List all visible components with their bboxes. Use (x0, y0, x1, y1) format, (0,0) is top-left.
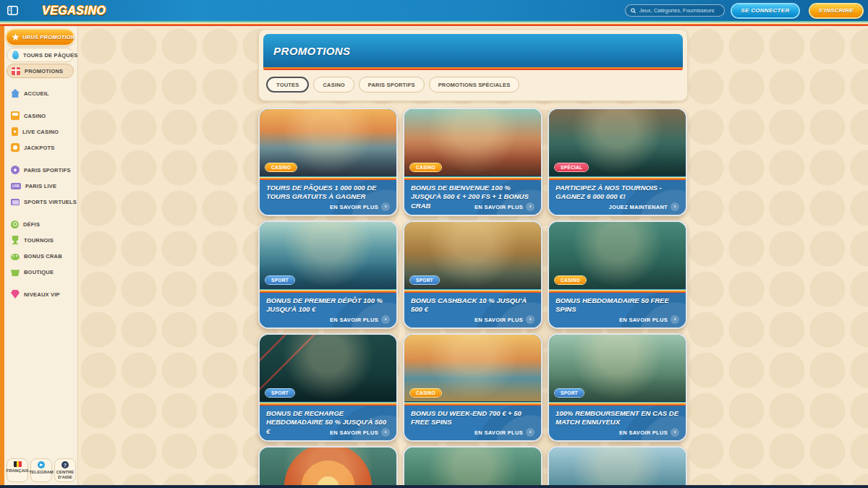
promotions-panel: PROMOTIONS TOUTES CASINO PARIS SPORTIFS … (258, 29, 688, 101)
sidebar-item[interactable]: LIVE PARIS LIVE (7, 179, 74, 193)
cta-label: EN SAVOIR PLUS (619, 317, 668, 323)
belgium-flag-icon (14, 461, 22, 467)
search-input[interactable] (639, 7, 720, 14)
category-badge: SPORT (265, 389, 294, 397)
filter-tab[interactable]: PARIS SPORTIFS (359, 77, 425, 93)
basket-icon (11, 267, 20, 276)
promotion-image: CASINO (260, 109, 396, 176)
banner-stripe (263, 67, 683, 70)
sidebar-item[interactable]: TOURNOIS (7, 233, 74, 247)
sidebar-item-label: TOURS DE PÂQUES (23, 52, 77, 59)
promotion-card[interactable]: CASINO BONUS DU WEEK-END 700 € + 50 FREE… (403, 333, 542, 442)
sidebar-item-label: PARIS SPORTIFS (24, 167, 71, 174)
diamond-icon (11, 290, 20, 299)
top-header: VEGASINO SE CONNECTER S'INSCRIRE (0, 0, 868, 21)
category-badge: SPORT (265, 276, 294, 284)
sidebar-toggle-icon (7, 6, 18, 15)
promotion-title: BONUS CASHBACK 10 % JUSQU'À 500 € (411, 296, 535, 314)
cta-label: EN SAVOIR PLUS (330, 317, 378, 323)
promotion-cta[interactable]: EN SAVOIR PLUS › (619, 315, 679, 324)
cta-label: EN SAVOIR PLUS (475, 429, 523, 436)
sidebar-item[interactable]: LIVE CASINO (7, 124, 74, 139)
sidebar-item-label: CASINO (24, 113, 46, 119)
promotion-image: SPORT (260, 222, 396, 288)
promotion-title: PARTICIPEZ À NOS TOURNOIS - GAGNEZ 6 000… (556, 184, 679, 202)
signup-button[interactable]: S'INSCRIRE (810, 4, 862, 17)
medal-icon (11, 221, 19, 228)
login-button[interactable]: SE CONNECTER (732, 4, 798, 17)
sidebar-item-label: NIVEAUX VIP (24, 291, 60, 298)
ball-icon (11, 166, 20, 174)
promotion-cta[interactable]: JOUEZ MAINTENANT › (609, 202, 679, 211)
promotion-cta[interactable]: EN SAVOIR PLUS › (330, 202, 390, 211)
sidebar-item[interactable]: PROMOTIONS (7, 64, 74, 78)
promotion-image (260, 448, 396, 485)
category-badge: SPORT (410, 276, 439, 284)
promotion-card[interactable]: CASINO BONUS DE BIENVENUE 100 % JUSQU'À … (403, 108, 542, 216)
category-badge: CASINO (265, 163, 297, 171)
sidebar-item[interactable]: DÉFIS (7, 217, 74, 231)
page-title: PROMOTIONS (273, 45, 351, 57)
promotion-card[interactable]: › (258, 446, 398, 485)
sidebar-item-label: DÉFIS (23, 221, 40, 228)
promotion-title: BONUS DE PREMIER DÉPÔT 100 % JUSQU'À 100… (266, 296, 390, 314)
main-area: PROMOTIONS TOUTES CASINO PARIS SPORTIFS … (78, 26, 868, 485)
promotion-cta[interactable]: EN SAVOIR PLUS › (619, 428, 679, 437)
telegram-button[interactable]: TELEGRAM (30, 458, 52, 482)
footer-edge (0, 485, 868, 488)
sidebar-item-label: ACCUEIL (24, 90, 49, 97)
sidebar-item[interactable]: JACKPOTS (7, 140, 74, 155)
cta-label: EN SAVOIR PLUS (619, 429, 668, 436)
vegasino-logo[interactable]: VEGASINO (42, 4, 106, 17)
category-badge: CASINO (555, 276, 586, 284)
promotion-cta[interactable]: EN SAVOIR PLUS › (330, 428, 390, 437)
promotion-card[interactable]: CASINO TOURS DE PÂQUES 1 000 000 DE TOUR… (258, 108, 398, 216)
promotion-card[interactable]: SPÉCIAL PARTICIPEZ À NOS TOURNOIS - GAGN… (548, 108, 687, 216)
promotion-image (404, 448, 541, 485)
promotion-cta[interactable]: EN SAVOIR PLUS › (330, 315, 390, 324)
language-button[interactable]: FRANÇAIS (7, 458, 28, 482)
sidebar-item[interactable]: BONUS CRAB (7, 249, 74, 263)
sidebar-item[interactable]: TOURS DE PÂQUES (7, 48, 74, 62)
slot-icon (11, 111, 20, 120)
filter-tab[interactable]: PROMOTIONS SPÉCIALES (429, 77, 520, 93)
filter-tab[interactable]: TOUTES (266, 77, 309, 93)
cta-label: EN SAVOIR PLUS (475, 317, 523, 323)
sidebar-item-label: LIVE CASINO (22, 129, 59, 135)
sidebar-toggle-button[interactable] (6, 4, 19, 17)
promotion-image: CASINO (404, 109, 541, 176)
help-center-button[interactable]: ? CENTRE D'AIDE (54, 458, 76, 482)
promotion-card[interactable]: SPORT BONUS DE RECHARGE HEBDOMADAIRE 50 … (258, 333, 398, 442)
live-icon: LIVE (11, 183, 21, 189)
chevron-right-icon: › (381, 428, 390, 437)
sidebar-item[interactable]: NIVEAUX VIP (7, 287, 74, 301)
help-icon: ? (61, 461, 69, 468)
sidebar-item[interactable]: SPORTS VIRTUELS (7, 194, 74, 209)
promotion-image: SPÉCIAL (549, 109, 686, 176)
promotion-title: BONUS HEBDOMADAIRE 50 FREE SPINS (556, 296, 679, 314)
promotion-cta[interactable]: EN SAVOIR PLUS › (475, 315, 535, 324)
promotion-image: SPORT (260, 335, 396, 401)
promotion-cta[interactable]: EN SAVOIR PLUS › (475, 428, 535, 437)
easter-egg-icon (12, 51, 19, 59)
promotion-card[interactable]: SPORT BONUS CASHBACK 10 % JUSQU'À 500 € … (403, 221, 542, 329)
promotion-card[interactable]: SPORT BONUS DE PREMIER DÉPÔT 100 % JUSQU… (258, 221, 398, 329)
chevron-right-icon: › (526, 202, 535, 211)
promotion-cta[interactable]: EN SAVOIR PLUS › (475, 202, 535, 211)
urus-mascot-icon (12, 33, 20, 41)
promotion-card[interactable]: › (403, 446, 542, 485)
chevron-right-icon: › (671, 202, 679, 211)
promotion-card[interactable]: SPORT 100% REMBOURSEMENT EN CAS DE MATCH… (548, 333, 687, 442)
sidebar-item[interactable]: CASINO (7, 108, 74, 123)
search-box[interactable] (625, 4, 725, 17)
sidebar-item[interactable]: ACCUEIL (7, 86, 74, 100)
urus-promotion-button[interactable]: URUS PROMOTION (7, 30, 74, 45)
sidebar-item-label: PARIS LIVE (25, 183, 56, 189)
promotion-card[interactable]: CASINO BONUS HEBDOMADAIRE 50 FREE SPINS … (548, 221, 687, 329)
category-badge: SPORT (555, 389, 584, 397)
filter-tab[interactable]: CASINO (313, 77, 354, 93)
sidebar-item[interactable]: PARIS SPORTIFS (7, 163, 74, 177)
promotion-card[interactable]: › (548, 446, 687, 485)
promotion-image: SPORT (549, 335, 686, 401)
sidebar-item[interactable]: BOUTIQUE (7, 265, 74, 279)
